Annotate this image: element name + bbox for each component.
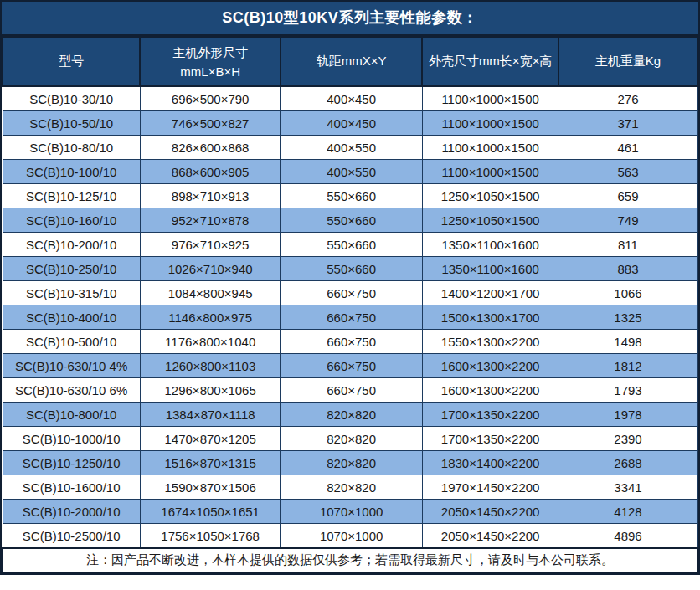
column-header-label: 型号 bbox=[59, 54, 84, 68]
table-row: SC(B)10-250/10 1026×710×940 550×660 1350… bbox=[3, 257, 697, 281]
cell-host-dimensions: 696×500×790 bbox=[140, 86, 281, 111]
table-row: SC(B)10-500/10 1176×800×1040 660×750 155… bbox=[3, 330, 697, 354]
cell-host-dimensions: 746×500×827 bbox=[140, 111, 281, 136]
cell-weight: 1978 bbox=[558, 403, 697, 427]
cell-model: SC(B)10-250/10 bbox=[3, 257, 140, 281]
header-row: 型号 主机外形尺寸 mmL×B×H 轨距mmX×Y 外壳尺寸mm长×宽×高 主机… bbox=[3, 37, 697, 86]
column-header-shell-dimensions: 外壳尺寸mm长×宽×高 bbox=[422, 37, 558, 86]
cell-host-dimensions: 826×600×868 bbox=[140, 136, 281, 160]
cell-rail-gauge: 820×820 bbox=[281, 427, 422, 451]
cell-shell-dimensions: 1830×1400×2200 bbox=[422, 451, 558, 475]
cell-weight: 2390 bbox=[558, 427, 697, 451]
cell-shell-dimensions: 1700×1350×2200 bbox=[422, 403, 558, 427]
cell-rail-gauge: 550×660 bbox=[281, 257, 422, 281]
cell-host-dimensions: 1470×870×1205 bbox=[140, 427, 281, 451]
column-header-label: 主机重量Kg bbox=[595, 54, 661, 68]
cell-shell-dimensions: 1100×1000×1500 bbox=[422, 136, 558, 160]
cell-rail-gauge: 660×750 bbox=[281, 281, 422, 305]
cell-shell-dimensions: 1700×1350×2200 bbox=[422, 427, 558, 451]
cell-model: SC(B)10-500/10 bbox=[3, 330, 140, 354]
cell-weight: 1066 bbox=[558, 281, 697, 305]
cell-weight: 1793 bbox=[558, 378, 697, 403]
column-header-label: 主机外形尺寸 bbox=[172, 45, 248, 59]
table-row: SC(B)10-630/10 6% 1296×800×1065 660×750 … bbox=[3, 378, 697, 403]
table-row: SC(B)10-100/10 868×600×905 400×550 1100×… bbox=[3, 160, 697, 184]
cell-model: SC(B)10-50/10 bbox=[3, 111, 140, 136]
cell-model: SC(B)10-1600/10 bbox=[3, 475, 140, 500]
cell-shell-dimensions: 2050×1450×2200 bbox=[422, 524, 558, 549]
cell-shell-dimensions: 1970×1450×2200 bbox=[422, 475, 558, 500]
cell-rail-gauge: 820×820 bbox=[281, 475, 422, 500]
table-row: SC(B)10-1250/10 1516×870×1315 820×820 18… bbox=[3, 451, 697, 475]
cell-rail-gauge: 820×820 bbox=[281, 403, 422, 427]
table-row: SC(B)10-1600/10 1590×870×1506 820×820 19… bbox=[3, 475, 697, 500]
table-row: SC(B)10-800/10 1384×870×1118 820×820 170… bbox=[3, 403, 697, 427]
note-row: 注：因产品不断改进，本样本提供的数据仅供参考；若需取得最新尺寸，请及时与本公司联… bbox=[3, 548, 697, 572]
cell-model: SC(B)10-800/10 bbox=[3, 403, 140, 427]
column-header-model: 型号 bbox=[3, 37, 140, 86]
cell-rail-gauge: 400×550 bbox=[281, 160, 422, 184]
cell-rail-gauge: 660×750 bbox=[281, 378, 422, 403]
cell-rail-gauge: 1070×1000 bbox=[281, 524, 422, 549]
cell-weight: 2688 bbox=[558, 451, 697, 475]
cell-model: SC(B)10-2000/10 bbox=[3, 500, 140, 524]
cell-shell-dimensions: 1400×1200×1700 bbox=[422, 281, 558, 305]
cell-host-dimensions: 1516×870×1315 bbox=[140, 451, 281, 475]
cell-host-dimensions: 1146×800×975 bbox=[140, 305, 281, 330]
table-header: 型号 主机外形尺寸 mmL×B×H 轨距mmX×Y 外壳尺寸mm长×宽×高 主机… bbox=[3, 37, 697, 86]
cell-rail-gauge: 550×660 bbox=[281, 208, 422, 233]
cell-model: SC(B)10-1000/10 bbox=[3, 427, 140, 451]
cell-rail-gauge: 820×820 bbox=[281, 451, 422, 475]
cell-model: SC(B)10-2500/10 bbox=[3, 524, 140, 549]
cell-weight: 1325 bbox=[558, 305, 697, 330]
cell-host-dimensions: 1590×870×1506 bbox=[140, 475, 281, 500]
cell-weight: 4128 bbox=[558, 500, 697, 524]
cell-rail-gauge: 660×750 bbox=[281, 305, 422, 330]
cell-host-dimensions: 1296×800×1065 bbox=[140, 378, 281, 403]
cell-weight: 1812 bbox=[558, 354, 697, 378]
cell-model: SC(B)10-630/10 6% bbox=[3, 378, 140, 403]
cell-weight: 276 bbox=[558, 86, 697, 111]
table-row: SC(B)10-160/10 952×710×878 550×660 1250×… bbox=[3, 208, 697, 233]
table-row: SC(B)10-200/10 976×710×925 550×660 1350×… bbox=[3, 233, 697, 257]
column-header-rail-gauge: 轨距mmX×Y bbox=[281, 37, 422, 86]
table-note: 注：因产品不断改进，本样本提供的数据仅供参考；若需取得最新尺寸，请及时与本公司联… bbox=[3, 548, 697, 572]
cell-shell-dimensions: 2050×1450×2200 bbox=[422, 500, 558, 524]
column-header-weight: 主机重量Kg bbox=[558, 37, 697, 86]
table-row: SC(B)10-315/10 1084×800×945 660×750 1400… bbox=[3, 281, 697, 305]
cell-host-dimensions: 1384×870×1118 bbox=[140, 403, 281, 427]
table-footer: 注：因产品不断改进，本样本提供的数据仅供参考；若需取得最新尺寸，请及时与本公司联… bbox=[3, 548, 697, 572]
table-row: SC(B)10-125/10 898×710×913 550×660 1250×… bbox=[3, 184, 697, 208]
cell-shell-dimensions: 1550×1300×2200 bbox=[422, 330, 558, 354]
column-header-host-dimensions: 主机外形尺寸 mmL×B×H bbox=[140, 37, 281, 86]
table-body: SC(B)10-30/10 696×500×790 400×450 1100×1… bbox=[3, 86, 697, 548]
table-row: SC(B)10-2500/10 1756×1050×1768 1070×1000… bbox=[3, 524, 697, 549]
table-row: SC(B)10-30/10 696×500×790 400×450 1100×1… bbox=[3, 86, 697, 111]
cell-rail-gauge: 660×750 bbox=[281, 330, 422, 354]
cell-model: SC(B)10-200/10 bbox=[3, 233, 140, 257]
table-row: SC(B)10-1000/10 1470×870×1205 820×820 17… bbox=[3, 427, 697, 451]
cell-model: SC(B)10-160/10 bbox=[3, 208, 140, 233]
cell-weight: 749 bbox=[558, 208, 697, 233]
cell-host-dimensions: 976×710×925 bbox=[140, 233, 281, 257]
cell-host-dimensions: 1756×1050×1768 bbox=[140, 524, 281, 549]
cell-model: SC(B)10-125/10 bbox=[3, 184, 140, 208]
table-row: SC(B)10-400/10 1146×800×975 660×750 1500… bbox=[3, 305, 697, 330]
cell-weight: 811 bbox=[558, 233, 697, 257]
cell-model: SC(B)10-80/10 bbox=[3, 136, 140, 160]
cell-shell-dimensions: 1350×1100×1600 bbox=[422, 233, 558, 257]
cell-shell-dimensions: 1600×1300×2200 bbox=[422, 378, 558, 403]
column-header-sublabel: mmL×B×H bbox=[142, 64, 278, 79]
cell-shell-dimensions: 1100×1000×1500 bbox=[422, 86, 558, 111]
cell-shell-dimensions: 1250×1050×1500 bbox=[422, 208, 558, 233]
cell-weight: 563 bbox=[558, 160, 697, 184]
cell-weight: 883 bbox=[558, 257, 697, 281]
cell-host-dimensions: 1084×800×945 bbox=[140, 281, 281, 305]
cell-host-dimensions: 898×710×913 bbox=[140, 184, 281, 208]
cell-shell-dimensions: 1600×1300×2200 bbox=[422, 354, 558, 378]
table-row: SC(B)10-50/10 746×500×827 400×450 1100×1… bbox=[3, 111, 697, 136]
column-header-label: 外壳尺寸mm长×宽×高 bbox=[429, 54, 553, 68]
cell-shell-dimensions: 1500×1300×1700 bbox=[422, 305, 558, 330]
column-header-label: 轨距mmX×Y bbox=[317, 54, 387, 68]
cell-weight: 3341 bbox=[558, 475, 697, 500]
